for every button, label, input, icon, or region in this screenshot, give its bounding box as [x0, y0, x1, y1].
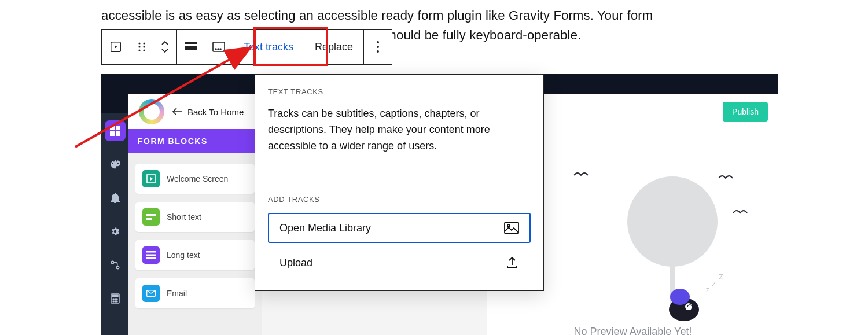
svg-rect-17	[110, 126, 115, 130]
svg-rect-7	[185, 42, 197, 44]
svg-text:z: z	[706, 286, 709, 294]
svg-text:z: z	[719, 271, 723, 281]
move-up-down-icon[interactable]	[153, 30, 176, 64]
rail-blocks-icon[interactable]	[105, 120, 126, 141]
empty-state-illustration: z z z	[568, 158, 753, 332]
article-line-1: accessible is as easy as selecting an ac…	[101, 8, 653, 23]
publish-button[interactable]: Publish	[723, 102, 768, 122]
open-media-library-button[interactable]: Open Media Library	[268, 213, 531, 243]
svg-point-21	[111, 261, 114, 264]
svg-point-22	[116, 266, 119, 269]
arrow-left-icon	[172, 108, 183, 116]
svg-point-29	[115, 301, 116, 302]
svg-point-15	[377, 50, 379, 53]
svg-rect-24	[112, 295, 118, 297]
block-email-label: Email	[167, 289, 187, 298]
back-to-home-label: Back To Home	[187, 107, 244, 117]
svg-rect-35	[146, 255, 156, 256]
upload-icon	[505, 256, 519, 270]
upload-button[interactable]: Upload	[268, 248, 531, 278]
back-to-home-link[interactable]: Back To Home	[172, 107, 244, 117]
aspect-ratio-icon[interactable]	[205, 30, 233, 64]
form-blocks-title: FORM BLOCKS	[128, 129, 262, 153]
email-icon	[142, 285, 160, 302]
svg-text:z: z	[712, 279, 716, 288]
rail-integrations-icon[interactable]	[105, 255, 126, 275]
no-preview-text: No Preview Available Yet!	[487, 326, 778, 335]
svg-rect-32	[146, 214, 156, 216]
svg-point-27	[116, 299, 117, 300]
popover-body: Tracks can be subtitles, captions, chapt…	[268, 105, 531, 154]
block-long-text[interactable]: Long text	[135, 240, 255, 270]
svg-point-30	[116, 301, 117, 302]
block-short-label: Short text	[167, 212, 201, 222]
short-text-icon	[142, 208, 160, 226]
app-logo	[139, 99, 164, 124]
block-short-text[interactable]: Short text	[135, 202, 255, 232]
svg-point-6	[143, 49, 145, 51]
block-email[interactable]: Email	[135, 278, 255, 308]
upload-label: Upload	[279, 257, 312, 269]
svg-point-25	[113, 299, 114, 300]
svg-point-1	[138, 42, 140, 44]
svg-rect-46	[505, 222, 518, 234]
article-line-2-tail: should be fully keyboard-operable.	[379, 28, 581, 42]
popover-heading: TEXT TRACKS	[268, 87, 531, 96]
block-welcome-screen[interactable]: Welcome Screen	[135, 164, 255, 194]
block-type-video-icon[interactable]	[102, 30, 130, 64]
welcome-icon	[142, 170, 160, 187]
svg-point-5	[138, 49, 140, 51]
svg-rect-8	[185, 46, 197, 50]
block-long-label: Long text	[167, 251, 200, 260]
svg-rect-20	[116, 131, 120, 136]
drag-handle-icon[interactable]	[130, 30, 153, 64]
svg-rect-33	[146, 218, 152, 220]
replace-button[interactable]: Replace	[304, 30, 363, 64]
align-icon[interactable]	[177, 30, 205, 64]
block-welcome-label: Welcome Screen	[167, 174, 228, 183]
svg-rect-19	[110, 131, 115, 136]
open-media-library-label: Open Media Library	[279, 222, 371, 234]
text-tracks-button[interactable]: Text tracks	[233, 30, 304, 64]
svg-rect-36	[146, 257, 156, 259]
add-tracks-heading: ADD TRACKS	[268, 195, 531, 204]
image-icon	[504, 222, 519, 234]
svg-point-4	[143, 46, 145, 47]
svg-rect-34	[146, 251, 156, 253]
text-tracks-popover: TEXT TRACKS Tracks can be subtitles, cap…	[255, 74, 544, 291]
rail-calculator-icon[interactable]	[105, 288, 126, 309]
block-toolbar: Text tracks Replace	[101, 29, 392, 65]
long-text-icon	[142, 246, 160, 264]
svg-point-10	[215, 49, 216, 50]
more-options-icon[interactable]	[364, 30, 392, 64]
rail-theme-icon[interactable]	[105, 154, 126, 175]
svg-point-14	[377, 46, 379, 48]
svg-point-42	[685, 303, 692, 310]
side-rail	[101, 113, 128, 335]
svg-rect-18	[116, 126, 120, 130]
rail-settings-icon[interactable]	[105, 221, 126, 242]
svg-point-11	[218, 49, 219, 50]
svg-point-28	[113, 301, 114, 302]
form-blocks-panel: FORM BLOCKS Welcome Screen Short text Lo…	[128, 129, 262, 335]
svg-point-13	[377, 41, 379, 43]
svg-point-2	[143, 42, 145, 44]
rail-notifications-icon[interactable]	[105, 187, 126, 208]
svg-point-47	[507, 224, 510, 227]
svg-point-3	[138, 46, 140, 47]
svg-point-41	[670, 289, 690, 305]
svg-point-12	[220, 49, 221, 50]
svg-point-26	[115, 299, 116, 300]
svg-rect-9	[213, 42, 225, 51]
